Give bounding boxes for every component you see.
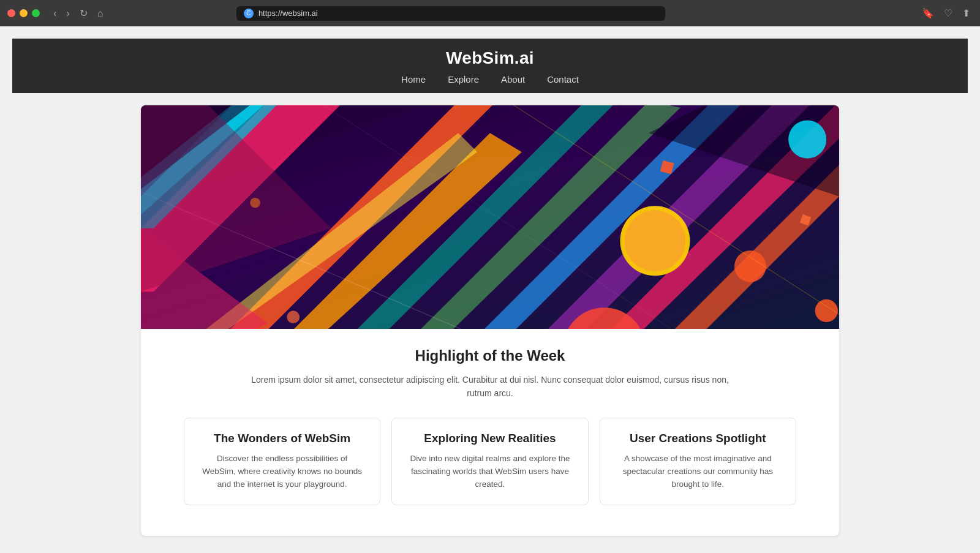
card-3-title: User Creations Spotlight [615, 432, 781, 445]
nav-about[interactable]: About [501, 74, 525, 85]
nav-contact[interactable]: Contact [547, 74, 579, 85]
maximize-button[interactable] [32, 9, 40, 17]
svg-point-19 [788, 120, 826, 158]
card-3-desc: A showcase of the most imaginative and s… [615, 453, 781, 491]
browser-titlebar: ‹ › ↻ ⌂ C https://websim.ai 🔖 ♡ ⬆ [0, 0, 980, 26]
nav-home[interactable]: Home [401, 74, 426, 85]
favicon: C [244, 9, 254, 18]
card-1-desc: Discover the endless possibilities of We… [199, 453, 365, 491]
browser-actions: 🔖 ♡ ⬆ [919, 5, 973, 21]
svg-point-23 [815, 299, 838, 322]
website-container: WebSim.ai Home Explore About Contact [0, 26, 980, 553]
hero-image [141, 105, 839, 329]
site-header: WebSim.ai Home Explore About Contact [12, 39, 968, 93]
svg-point-16 [625, 211, 685, 271]
refresh-button[interactable]: ↻ [76, 6, 91, 20]
main-content: Highlight of the Week Lorem ipsum dolor … [141, 105, 839, 536]
highlight-title: Highlight of the Week [165, 347, 815, 364]
cards-container: The Wonders of WebSim Discover the endle… [165, 418, 815, 505]
traffic-lights [7, 9, 40, 17]
url-text: https://websim.ai [258, 9, 318, 18]
back-button[interactable]: ‹ [50, 6, 60, 20]
site-title: WebSim.ai [12, 48, 968, 68]
home-button[interactable]: ⌂ [94, 6, 107, 20]
close-button[interactable] [7, 9, 15, 17]
site-nav: Home Explore About Contact [12, 74, 968, 85]
card-2-desc: Dive into new digital realms and explore… [407, 453, 573, 491]
minimize-button[interactable] [20, 9, 28, 17]
card-1-title: The Wonders of WebSim [199, 432, 365, 445]
card-1: The Wonders of WebSim Discover the endle… [184, 418, 380, 505]
card-2: Exploring New Realities Dive into new di… [391, 418, 588, 505]
highlight-description: Lorem ipsum dolor sit amet, consectetur … [245, 373, 735, 401]
svg-point-24 [287, 310, 300, 323]
favorites-button[interactable]: ♡ [941, 5, 955, 21]
hero-artwork [141, 105, 839, 329]
nav-buttons: ‹ › ↻ ⌂ [50, 6, 107, 20]
card-3: User Creations Spotlight A showcase of t… [600, 418, 796, 505]
svg-point-25 [734, 250, 766, 282]
forward-button[interactable]: › [62, 6, 73, 20]
share-button[interactable]: ⬆ [960, 5, 973, 21]
bookmark-button[interactable]: 🔖 [919, 5, 937, 21]
card-2-title: Exploring New Realities [407, 432, 573, 445]
browser-chrome: ‹ › ↻ ⌂ C https://websim.ai 🔖 ♡ ⬆ [0, 0, 980, 26]
address-bar[interactable]: C https://websim.ai [236, 6, 665, 21]
nav-explore[interactable]: Explore [448, 74, 479, 85]
highlight-section: Highlight of the Week Lorem ipsum dolor … [141, 329, 839, 517]
